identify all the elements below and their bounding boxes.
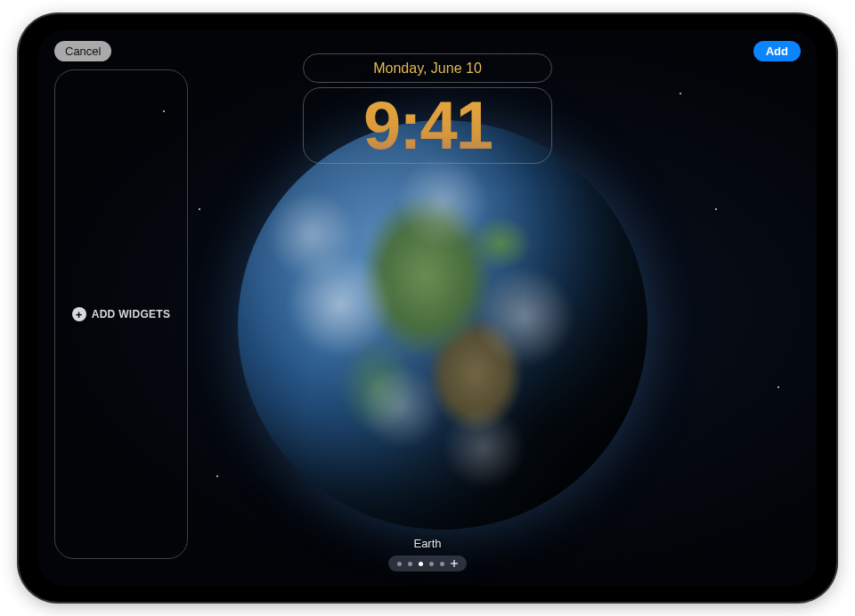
background-star <box>680 93 681 94</box>
wallpaper-name-label: Earth <box>413 537 441 550</box>
background-star <box>715 208 717 210</box>
wallpaper-pager[interactable] <box>388 555 467 571</box>
date-widget-slot[interactable]: Monday, June 10 <box>303 53 552 83</box>
lock-screen-editor: Cancel Add Monday, June 10 9:41 + ADD WI… <box>38 30 817 586</box>
background-star <box>778 386 779 388</box>
add-button[interactable]: Add <box>753 41 801 61</box>
pager-dot[interactable] <box>397 562 402 566</box>
background-star <box>199 208 200 210</box>
add-widgets-label: ADD WIDGETS <box>92 308 171 320</box>
ipad-device-frame: Cancel Add Monday, June 10 9:41 + ADD WI… <box>19 14 836 602</box>
wallpaper-earth <box>238 120 647 530</box>
clock-time: 9:41 <box>363 92 492 159</box>
cancel-button[interactable]: Cancel <box>54 41 111 61</box>
time-widget-slot[interactable]: 9:41 <box>303 87 552 164</box>
pager-dot[interactable] <box>408 562 412 566</box>
widget-panel[interactable]: + ADD WIDGETS <box>54 69 188 559</box>
pager-add-icon[interactable] <box>451 560 458 567</box>
pager-dot[interactable] <box>429 562 434 566</box>
background-star <box>216 475 218 477</box>
plus-circle-icon: + <box>72 307 86 321</box>
pager-dot-active[interactable] <box>419 562 423 566</box>
date-text: Monday, June 10 <box>373 61 482 77</box>
add-widgets-button[interactable]: + ADD WIDGETS <box>72 307 171 321</box>
pager-dot[interactable] <box>440 562 444 566</box>
